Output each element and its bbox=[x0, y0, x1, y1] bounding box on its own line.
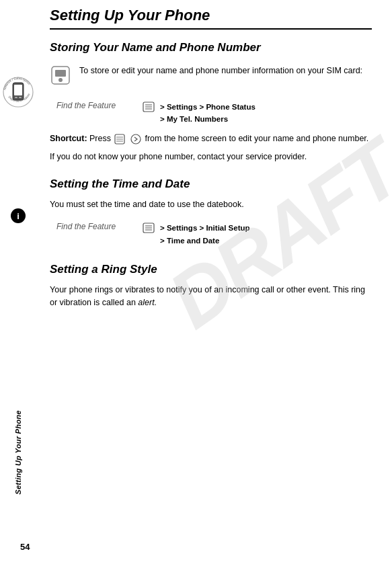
shortcut-text: Shortcut: Press from the home screen to … bbox=[50, 132, 372, 145]
svg-point-18 bbox=[131, 134, 141, 144]
body-text-ring-intro: Your phone rings or vibrates to notify y… bbox=[50, 284, 372, 309]
find-feature-path-2: > Settings > Initial Setup > Time and Da… bbox=[160, 222, 250, 247]
sidebar-chapter-label: Setting Up Your Phone bbox=[14, 410, 22, 494]
svg-rect-8 bbox=[55, 70, 66, 77]
find-feature-path-line-1a: > Settings > Phone Status bbox=[160, 101, 256, 113]
find-feature-path-line-2b: > Time and Date bbox=[160, 235, 250, 247]
shortcut-arrow-icon bbox=[129, 134, 145, 143]
svg-rect-3 bbox=[15, 97, 17, 98]
body-text-phone-number: If you do not know your phone number, co… bbox=[50, 151, 372, 163]
notice-text: To store or edit your name and phone num… bbox=[79, 65, 362, 77]
shortcut-icon bbox=[113, 134, 128, 143]
info-badge: i bbox=[11, 208, 26, 223]
ring-intro-text: Your phone rings or vibrates to notify y… bbox=[50, 285, 365, 307]
main-content: Setting Up Your Phone Storing Your Name … bbox=[36, 0, 392, 564]
shortcut-suffix: from the home screen to edit your name a… bbox=[145, 134, 368, 143]
find-feature-row-time: Find the Feature > Settings > Initial Se… bbox=[50, 222, 372, 247]
menu-icon-1 bbox=[143, 101, 155, 115]
body-text-time-intro: You must set the time and date to use th… bbox=[50, 198, 372, 211]
find-feature-label-1: Find the Feature bbox=[56, 101, 137, 110]
page-container: DRAFT Network / Subscription Dependent bbox=[0, 0, 392, 564]
separator-1 bbox=[50, 172, 372, 173]
section-heading-storing: Storing Your Name and Phone Number bbox=[50, 40, 372, 55]
svg-rect-2 bbox=[14, 85, 22, 95]
find-feature-path-line-2a: > Settings > Initial Setup bbox=[160, 222, 250, 234]
find-feature-path-line-1b: > My Tel. Numbers bbox=[160, 113, 256, 125]
find-feature-row-storing: Find the Feature > Settings > Phone Stat… bbox=[50, 101, 372, 126]
sim-network-icon: Network / Subscription Dependent Feature bbox=[2, 71, 34, 117]
page-number: 54 bbox=[20, 542, 30, 552]
sidebar: Network / Subscription Dependent Feature… bbox=[0, 0, 36, 564]
ring-italic-text: alert. bbox=[138, 298, 157, 307]
svg-point-9 bbox=[58, 78, 63, 82]
find-feature-path-1: > Settings > Phone Status > My Tel. Numb… bbox=[160, 101, 256, 126]
section-heading-ring: Setting a Ring Style bbox=[50, 262, 372, 277]
notice-area: To store or edit your name and phone num… bbox=[50, 65, 372, 89]
notice-sim-icon bbox=[50, 65, 71, 89]
find-feature-label-2: Find the Feature bbox=[56, 222, 137, 231]
separator-2 bbox=[50, 257, 372, 258]
section-heading-time: Setting the Time and Date bbox=[50, 177, 372, 192]
menu-icon-2 bbox=[143, 222, 155, 236]
chapter-title: Setting Up Your Phone bbox=[50, 7, 372, 30]
svg-rect-4 bbox=[19, 97, 22, 98]
